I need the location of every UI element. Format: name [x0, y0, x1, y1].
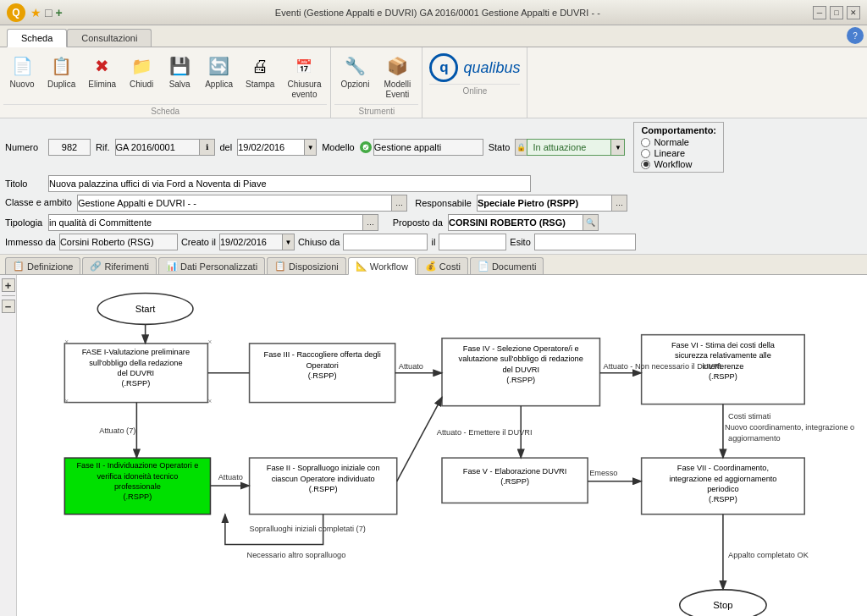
form-row-4: Tipologia … Proposto da 🔍	[5, 214, 862, 231]
salva-button[interactable]: 💾 Salva	[161, 50, 198, 104]
radio-workflow-label: Workflow	[654, 159, 692, 169]
stampa-button[interactable]: 🖨 Stampa	[240, 50, 280, 104]
stato-dropdown-button[interactable]: ▼	[611, 139, 625, 156]
svg-text:valutazione sull'obbligo di re: valutazione sull'obbligo di redazione	[459, 355, 583, 363]
responsabile-input[interactable]	[477, 195, 612, 212]
qualibus-q-logo: q	[429, 53, 458, 82]
tab-disposizioni[interactable]: 📋 Disposizioni	[267, 257, 346, 274]
radio-workflow[interactable]: Workflow	[641, 159, 716, 169]
applica-button[interactable]: 🔄 Applica	[199, 50, 239, 104]
minimize-button[interactable]: ─	[813, 6, 826, 19]
radio-normale-circle	[641, 138, 650, 147]
tab-costi[interactable]: 💰 Costi	[417, 257, 468, 274]
svg-text:×: ×	[207, 338, 212, 346]
tipologia-browse-button[interactable]: …	[363, 214, 378, 231]
form-row-2: Titolo	[5, 175, 862, 192]
svg-text:Attuato: Attuato	[218, 473, 243, 481]
tab-workflow[interactable]: 📐 Workflow	[348, 257, 416, 275]
rif-input[interactable]	[115, 139, 200, 156]
elimina-button[interactable]: ✖ Elimina	[82, 50, 122, 104]
tipologia-input-group: …	[48, 214, 378, 231]
numero-input[interactable]	[48, 139, 91, 156]
stato-label: Stato	[489, 142, 511, 152]
responsabile-label: Responsabile	[412, 198, 472, 208]
svg-text:(.RSPP): (.RSPP)	[123, 492, 152, 501]
rif-info-button[interactable]: ℹ	[200, 139, 215, 156]
add-icon[interactable]: +	[55, 6, 62, 19]
proposto-input[interactable]	[448, 214, 583, 231]
chiusura-label: Chiusuraevento	[287, 80, 321, 100]
svg-text:ciascun Operatore individuato: ciascun Operatore individuato	[272, 475, 375, 483]
proposto-search-button[interactable]: 🔍	[583, 214, 599, 231]
duplica-button[interactable]: 📋 Duplica	[41, 50, 81, 104]
svg-text:FASE I-Valutazione preliminare: FASE I-Valutazione preliminare	[82, 348, 190, 356]
definizione-label: Definizione	[27, 261, 73, 272]
tab-documenti[interactable]: 📄 Documenti	[470, 257, 544, 274]
help-button[interactable]: ?	[847, 27, 864, 44]
immesso-input[interactable]	[59, 234, 178, 250]
costi-icon: 💰	[425, 261, 437, 272]
svg-text:Attuato: Attuato	[399, 362, 423, 371]
del-calendar-button[interactable]: ▼	[305, 139, 317, 156]
chiudi-icon: 📁	[130, 54, 153, 78]
svg-text:periodico: periodico	[707, 485, 738, 493]
tab-scheda[interactable]: Scheda	[7, 29, 67, 47]
tab-definizione[interactable]: 📋 Definizione	[5, 257, 80, 274]
workflow-canvas[interactable]: Start FASE I-Valutazione preliminare sul…	[17, 275, 867, 616]
svg-text:Nuovo coordinamento, integrazi: Nuovo coordinamento, integrazione o	[725, 423, 854, 432]
responsabile-browse-button[interactable]: …	[612, 195, 627, 212]
tipologia-label: Tipologia	[5, 217, 43, 228]
zoom-in-button[interactable]: +	[2, 278, 15, 292]
creato-dropdown-button[interactable]: ▼	[283, 234, 295, 250]
tab-dati-personalizzati[interactable]: 📊 Dati Personalizzati	[158, 257, 265, 274]
zoom-out-button[interactable]: −	[2, 300, 15, 313]
elimina-label: Elimina	[88, 80, 116, 89]
radio-lineare-label: Lineare	[654, 148, 685, 158]
tab-riferimenti[interactable]: 🔗 Riferimenti	[82, 257, 157, 274]
chiusura-evento-button[interactable]: 📅 Chiusuraevento	[281, 50, 327, 104]
chiuso-input[interactable]	[343, 234, 428, 250]
tab-consultazioni[interactable]: Consultazioni	[67, 29, 152, 47]
restore-button[interactable]: □	[830, 6, 843, 19]
classe-input[interactable]	[77, 195, 392, 212]
modello-input[interactable]	[373, 139, 483, 156]
classe-browse-button[interactable]: …	[392, 195, 407, 212]
classe-input-group: …	[77, 195, 407, 212]
qualibus-name: qualibus	[463, 59, 520, 77]
zoom-divider	[2, 295, 15, 296]
modelli-icon: 📦	[385, 54, 409, 78]
modelli-label: ModelliEventi	[384, 80, 411, 100]
title-bar-left: Q ★ □ +	[7, 3, 63, 22]
esito-input[interactable]	[534, 234, 636, 250]
online-section-label: Online	[429, 84, 520, 97]
svg-text:del DUVRI: del DUVRI	[118, 369, 155, 377]
svg-line-40	[397, 397, 442, 481]
chiudi-button[interactable]: 📁 Chiudi	[123, 50, 160, 104]
del-input[interactable]	[237, 139, 305, 156]
documenti-label: Documenti	[492, 261, 537, 272]
elimina-icon: ✖	[91, 54, 114, 78]
window-icon[interactable]: □	[45, 6, 52, 19]
radio-normale[interactable]: Normale	[641, 137, 716, 147]
titolo-input[interactable]	[48, 175, 531, 192]
radio-lineare[interactable]: Lineare	[641, 148, 716, 158]
svg-text:✓: ✓	[362, 144, 368, 151]
opzioni-button[interactable]: 🔧 Opzioni	[334, 50, 375, 104]
il-input[interactable]	[439, 234, 506, 250]
app-logo: Q	[7, 3, 25, 22]
svg-text:×: ×	[64, 398, 69, 405]
star-icon[interactable]: ★	[30, 6, 41, 19]
tipologia-input[interactable]	[48, 214, 363, 231]
numero-label: Numero	[5, 142, 43, 152]
modello-input-group: ✓	[360, 139, 483, 156]
creato-label: Creato il	[181, 237, 216, 247]
stampa-icon: 🖨	[248, 54, 272, 78]
close-button[interactable]: ✕	[847, 6, 860, 19]
zoom-controls: + − A	[0, 275, 17, 616]
svg-text:Costi stimati: Costi stimati	[728, 412, 770, 421]
creato-input[interactable]	[219, 234, 283, 250]
svg-text:Fase II - Sopralluogo iniziale: Fase II - Sopralluogo iniziale con	[267, 465, 380, 473]
modelli-eventi-button[interactable]: 📦 ModelliEventi	[376, 50, 418, 104]
nuovo-button[interactable]: 📄 Nuovo	[3, 50, 41, 104]
svg-text:Stop: Stop	[713, 600, 732, 610]
